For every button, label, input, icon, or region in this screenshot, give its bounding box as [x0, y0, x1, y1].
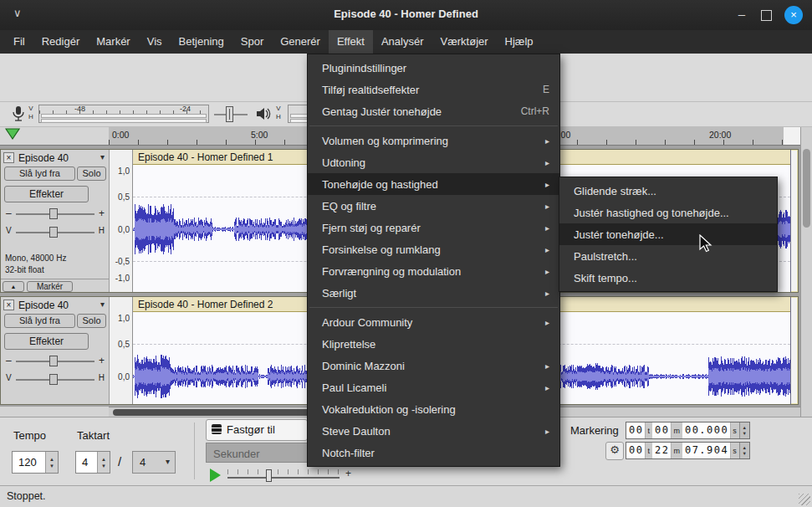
track-close-button[interactable]: ×: [3, 152, 14, 163]
track-name[interactable]: Episode 40: [18, 152, 69, 164]
menu-item[interactable]: Kliprettelse ▸: [308, 333, 559, 355]
menu-item[interactable]: Steve Daulton ▸: [308, 420, 559, 442]
close-button[interactable]: ×: [784, 6, 803, 24]
menubar-item[interactable]: Markér: [88, 30, 138, 54]
minimize-button[interactable]: –: [733, 7, 751, 23]
snap-toggle-button[interactable]: Fastgør til: [206, 419, 308, 441]
speed-slider[interactable]: +: [227, 468, 348, 483]
track-name[interactable]: Episode 40: [18, 300, 69, 311]
record-volume-thumb[interactable]: [226, 106, 233, 122]
vertical-scrollbar[interactable]: [800, 127, 812, 417]
spin-down-icon[interactable]: ▼: [101, 463, 106, 469]
meter-scale: -48-24: [39, 105, 208, 114]
spin-up-icon[interactable]: ▲: [743, 445, 747, 451]
menu-item[interactable]: Forvrængning og modulation ▸: [308, 260, 559, 282]
menubar-item[interactable]: Fil: [5, 30, 33, 54]
record-meter[interactable]: -48-24: [38, 105, 209, 123]
tempo-spinner[interactable]: 120 ▲ ▼: [12, 451, 59, 474]
menu-item-label: Fjern støj og reparér: [322, 222, 421, 234]
menubar-item[interactable]: Redigér: [33, 30, 89, 54]
spin-up-icon[interactable]: ▲: [101, 456, 106, 463]
menubar-item[interactable]: Vis: [139, 30, 171, 54]
submenu-item-label: Justér hastighed og tonehøjde...: [574, 207, 729, 219]
menu-item[interactable]: Notch-filter ▸: [308, 442, 559, 463]
play-at-speed-button[interactable]: [210, 469, 221, 482]
menubar-item[interactable]: Betjening: [171, 30, 232, 54]
menu-item[interactable]: Gentag Justér tonehøjde Ctrl+R ▸: [308, 100, 559, 122]
pitch-speed-submenu: Glidende stræk... Justér hastighed og to…: [559, 177, 778, 292]
effects-button[interactable]: Effekter: [4, 333, 89, 350]
pan-slider[interactable]: V H: [4, 372, 106, 387]
speed-slider-thumb[interactable]: [266, 469, 272, 482]
select-button[interactable]: Markér: [27, 281, 73, 292]
menubar-item[interactable]: Spor: [232, 30, 272, 54]
pan-slider[interactable]: V H: [4, 225, 106, 240]
pan-slider-thumb[interactable]: [49, 374, 58, 385]
mute-button[interactable]: Slå lyd fra: [4, 166, 75, 181]
menubar-item[interactable]: Effekt: [329, 30, 373, 54]
spin-up-icon[interactable]: ▲: [743, 425, 747, 431]
menu-item[interactable]: Pluginindstillinger ▸: [308, 57, 559, 79]
menubar-item[interactable]: Værktøjer: [432, 30, 497, 54]
time-digit-group[interactable]: 07.904: [682, 443, 731, 458]
pan-slider-thumb[interactable]: [49, 227, 58, 238]
time-digit-group[interactable]: 00: [626, 422, 646, 438]
gain-minus-label: –: [6, 207, 12, 219]
track-menu-caret-icon[interactable]: ▾: [100, 152, 105, 161]
menu-item[interactable]: EQ og filtre ▸: [308, 195, 559, 217]
mute-button[interactable]: Slå lyd fra: [4, 314, 75, 328]
submenu-item[interactable]: Skift tempo...: [559, 267, 777, 289]
menu-item[interactable]: Fjern støj og reparér ▸: [308, 217, 559, 238]
menubar-item[interactable]: Hjælp: [497, 30, 542, 54]
spin-down-icon[interactable]: ▼: [743, 431, 747, 437]
playhead-icon[interactable]: [5, 128, 22, 141]
spin-up-icon[interactable]: ▲: [49, 456, 54, 463]
menu-item[interactable]: Dominic Mazzoni ▸: [308, 355, 559, 376]
spinner-arrows[interactable]: ▲ ▼: [45, 452, 58, 473]
track-1-vertical-ruler[interactable]: 1,00,50,0-0,5-1,0: [110, 150, 133, 293]
solo-button[interactable]: Solo: [77, 314, 106, 328]
timeline-tick-label: 20:00: [709, 130, 731, 140]
time-digit-group[interactable]: 00.000: [682, 422, 731, 438]
track-menu-caret-icon[interactable]: ▾: [100, 300, 105, 309]
time-field-stepper[interactable]: ▲ ▼: [739, 443, 749, 458]
time-digit-group[interactable]: 22: [652, 443, 672, 458]
maximize-button[interactable]: [761, 10, 772, 21]
gain-slider[interactable]: – +: [4, 354, 106, 369]
menu-item[interactable]: Vokalreduktion og -isolering ▸: [308, 398, 559, 420]
menu-item[interactable]: Ardour Community ▸: [308, 311, 559, 333]
submenu-item[interactable]: Justér tonehøjde...: [559, 223, 777, 245]
collapse-button[interactable]: ▲: [3, 281, 24, 292]
time-signature-upper-spinner[interactable]: 4 ▲ ▼: [75, 451, 110, 474]
selection-settings-button[interactable]: ⚙: [605, 442, 624, 460]
gain-slider-thumb[interactable]: [49, 356, 58, 366]
submenu-item[interactable]: Justér hastighed og tonehøjde...: [559, 202, 777, 223]
menu-item[interactable]: Tonehøjde og hastighed ▸: [308, 173, 559, 195]
solo-button[interactable]: Solo: [77, 166, 106, 181]
gain-slider[interactable]: – +: [4, 207, 106, 222]
menu-item[interactable]: Volumen og komprimering ▸: [308, 130, 559, 151]
menu-item[interactable]: Udtoning ▸: [308, 151, 559, 173]
menubar-item[interactable]: Generér: [272, 30, 329, 54]
menu-item[interactable]: Forsinkelse og rumklang ▸: [308, 238, 559, 260]
gain-slider-thumb[interactable]: [49, 208, 58, 219]
submenu-item[interactable]: Paulstretch...: [559, 245, 777, 267]
resize-grip[interactable]: [799, 494, 810, 505]
vertical-scrollbar-thumb[interactable]: [803, 149, 810, 228]
spin-down-icon[interactable]: ▼: [743, 451, 747, 457]
time-field-stepper[interactable]: ▲ ▼: [739, 422, 749, 438]
menubar-item[interactable]: Analysér: [373, 30, 432, 54]
menu-item[interactable]: Tilføj realtidseffekter E ▸: [308, 79, 559, 100]
spin-down-icon[interactable]: ▼: [49, 463, 54, 469]
menu-item[interactable]: Paul Licameli ▸: [308, 376, 559, 398]
time-signature-lower-dropdown[interactable]: 4 ▾: [132, 451, 176, 474]
effects-button[interactable]: Effekter: [4, 186, 89, 202]
menu-item[interactable]: Særligt ▸: [308, 282, 559, 304]
selection-start-field[interactable]: 00 t 00 m 00.000 s ▲ ▼: [626, 422, 750, 439]
submenu-item[interactable]: Glidende stræk...: [559, 180, 777, 202]
selection-end-field[interactable]: 00 t 22 m 07.904 s ▲ ▼: [626, 442, 750, 459]
track-2-vertical-ruler[interactable]: 1,00,50,0: [110, 297, 133, 405]
track-close-button[interactable]: ×: [3, 300, 14, 310]
time-digit-group[interactable]: 00: [652, 422, 672, 438]
time-digit-group[interactable]: 00: [626, 443, 646, 458]
